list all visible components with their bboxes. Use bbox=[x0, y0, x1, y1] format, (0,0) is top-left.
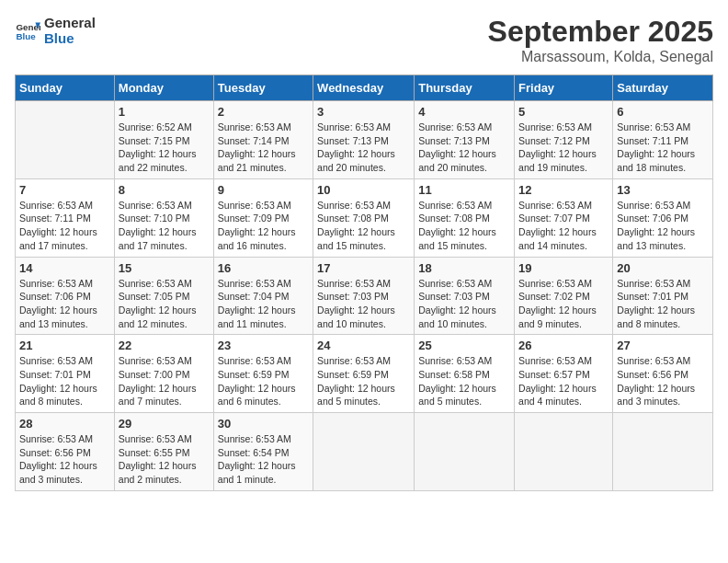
calendar-cell: 14Sunrise: 6:53 AMSunset: 7:06 PMDayligh… bbox=[16, 257, 115, 335]
day-info: Sunrise: 6:53 AMSunset: 7:00 PMDaylight:… bbox=[119, 354, 210, 408]
logo: General Blue General Blue bbox=[15, 15, 96, 47]
day-number: 6 bbox=[617, 105, 709, 119]
day-info: Sunrise: 6:53 AMSunset: 7:10 PMDaylight:… bbox=[119, 199, 210, 253]
calendar-cell bbox=[515, 413, 613, 491]
calendar-cell: 5Sunrise: 6:53 AMSunset: 7:12 PMDaylight… bbox=[515, 101, 613, 179]
day-number: 13 bbox=[617, 183, 709, 197]
day-info: Sunrise: 6:53 AMSunset: 7:09 PMDaylight:… bbox=[218, 199, 309, 253]
calendar-cell: 2Sunrise: 6:53 AMSunset: 7:14 PMDaylight… bbox=[213, 101, 313, 179]
day-number: 9 bbox=[218, 183, 309, 197]
day-info: Sunrise: 6:53 AMSunset: 6:56 PMDaylight:… bbox=[19, 432, 110, 487]
day-number: 4 bbox=[418, 105, 510, 119]
day-info: Sunrise: 6:53 AMSunset: 7:13 PMDaylight:… bbox=[418, 121, 510, 175]
day-info: Sunrise: 6:53 AMSunset: 7:11 PMDaylight:… bbox=[617, 121, 709, 175]
calendar-cell: 19Sunrise: 6:53 AMSunset: 7:02 PMDayligh… bbox=[515, 257, 613, 335]
day-info: Sunrise: 6:53 AMSunset: 6:59 PMDaylight:… bbox=[218, 354, 309, 408]
day-info: Sunrise: 6:53 AMSunset: 7:06 PMDaylight:… bbox=[617, 199, 709, 253]
day-number: 30 bbox=[218, 417, 309, 431]
day-number: 24 bbox=[317, 339, 410, 352]
logo-text-line2: Blue bbox=[44, 30, 96, 46]
day-info: Sunrise: 6:53 AMSunset: 7:07 PMDaylight:… bbox=[518, 199, 609, 253]
day-info: Sunrise: 6:53 AMSunset: 7:03 PMDaylight:… bbox=[418, 277, 510, 331]
day-info: Sunrise: 6:53 AMSunset: 7:03 PMDaylight:… bbox=[317, 277, 410, 331]
day-info: Sunrise: 6:52 AMSunset: 7:15 PMDaylight:… bbox=[119, 121, 210, 175]
calendar-cell: 27Sunrise: 6:53 AMSunset: 6:56 PMDayligh… bbox=[613, 335, 713, 413]
day-number: 26 bbox=[518, 339, 609, 352]
day-number: 19 bbox=[518, 261, 609, 275]
calendar-week-row: 1Sunrise: 6:52 AMSunset: 7:15 PMDaylight… bbox=[16, 101, 713, 179]
day-info: Sunrise: 6:53 AMSunset: 6:54 PMDaylight:… bbox=[218, 432, 309, 487]
day-number: 2 bbox=[218, 105, 309, 119]
day-info: Sunrise: 6:53 AMSunset: 6:56 PMDaylight:… bbox=[617, 354, 709, 408]
day-number: 17 bbox=[317, 261, 410, 275]
calendar-cell: 22Sunrise: 6:53 AMSunset: 7:00 PMDayligh… bbox=[114, 335, 213, 413]
page-header: General Blue General Blue September 2025… bbox=[15, 15, 713, 65]
day-number: 12 bbox=[518, 183, 609, 197]
day-info: Sunrise: 6:53 AMSunset: 7:01 PMDaylight:… bbox=[617, 277, 709, 331]
day-info: Sunrise: 6:53 AMSunset: 7:02 PMDaylight:… bbox=[518, 277, 609, 331]
day-number: 3 bbox=[317, 105, 410, 119]
day-number: 14 bbox=[19, 261, 110, 275]
header-sunday: Sunday bbox=[16, 75, 115, 101]
title-area: September 2025 Marsassoum, Kolda, Senega… bbox=[488, 15, 713, 65]
day-number: 28 bbox=[19, 417, 110, 431]
calendar-cell: 26Sunrise: 6:53 AMSunset: 6:57 PMDayligh… bbox=[515, 335, 613, 413]
day-info: Sunrise: 6:53 AMSunset: 7:14 PMDaylight:… bbox=[218, 121, 309, 175]
day-info: Sunrise: 6:53 AMSunset: 7:01 PMDaylight:… bbox=[19, 354, 110, 408]
day-info: Sunrise: 6:53 AMSunset: 6:59 PMDaylight:… bbox=[317, 354, 410, 408]
calendar-cell: 7Sunrise: 6:53 AMSunset: 7:11 PMDaylight… bbox=[16, 178, 115, 257]
calendar-cell bbox=[415, 413, 515, 491]
calendar-cell bbox=[16, 101, 115, 179]
logo-text-line1: General bbox=[44, 15, 96, 30]
day-info: Sunrise: 6:53 AMSunset: 7:08 PMDaylight:… bbox=[317, 199, 410, 253]
day-info: Sunrise: 6:53 AMSunset: 7:08 PMDaylight:… bbox=[418, 199, 510, 253]
calendar-week-row: 21Sunrise: 6:53 AMSunset: 7:01 PMDayligh… bbox=[16, 335, 713, 413]
day-number: 8 bbox=[119, 183, 210, 197]
day-number: 18 bbox=[418, 261, 510, 275]
calendar-cell: 3Sunrise: 6:53 AMSunset: 7:13 PMDaylight… bbox=[313, 101, 415, 179]
day-number: 5 bbox=[518, 105, 609, 119]
day-number: 11 bbox=[418, 183, 510, 197]
calendar-header-row: SundayMondayTuesdayWednesdayThursdayFrid… bbox=[16, 75, 713, 101]
day-number: 20 bbox=[617, 261, 709, 275]
calendar-cell: 6Sunrise: 6:53 AMSunset: 7:11 PMDaylight… bbox=[613, 101, 713, 179]
day-number: 22 bbox=[119, 339, 210, 352]
calendar-cell: 24Sunrise: 6:53 AMSunset: 6:59 PMDayligh… bbox=[313, 335, 415, 413]
calendar-cell: 8Sunrise: 6:53 AMSunset: 7:10 PMDaylight… bbox=[114, 178, 213, 257]
header-saturday: Saturday bbox=[613, 75, 713, 101]
calendar-table: SundayMondayTuesdayWednesdayThursdayFrid… bbox=[15, 75, 713, 491]
calendar-week-row: 28Sunrise: 6:53 AMSunset: 6:56 PMDayligh… bbox=[16, 413, 713, 491]
calendar-week-row: 7Sunrise: 6:53 AMSunset: 7:11 PMDaylight… bbox=[16, 178, 713, 257]
calendar-cell: 15Sunrise: 6:53 AMSunset: 7:05 PMDayligh… bbox=[114, 257, 213, 335]
day-info: Sunrise: 6:53 AMSunset: 7:12 PMDaylight:… bbox=[518, 121, 609, 175]
calendar-cell: 25Sunrise: 6:53 AMSunset: 6:58 PMDayligh… bbox=[415, 335, 515, 413]
calendar-cell: 30Sunrise: 6:53 AMSunset: 6:54 PMDayligh… bbox=[213, 413, 313, 491]
day-number: 1 bbox=[119, 105, 210, 119]
calendar-cell: 13Sunrise: 6:53 AMSunset: 7:06 PMDayligh… bbox=[613, 178, 713, 257]
calendar-cell bbox=[313, 413, 415, 491]
page-subtitle: Marsassoum, Kolda, Senegal bbox=[488, 49, 713, 65]
day-number: 16 bbox=[218, 261, 309, 275]
calendar-cell: 17Sunrise: 6:53 AMSunset: 7:03 PMDayligh… bbox=[313, 257, 415, 335]
day-info: Sunrise: 6:53 AMSunset: 7:04 PMDaylight:… bbox=[218, 277, 309, 331]
day-info: Sunrise: 6:53 AMSunset: 6:55 PMDaylight:… bbox=[119, 432, 210, 487]
day-number: 15 bbox=[119, 261, 210, 275]
page-title: September 2025 bbox=[488, 15, 713, 49]
day-number: 7 bbox=[19, 183, 110, 197]
day-info: Sunrise: 6:53 AMSunset: 6:58 PMDaylight:… bbox=[418, 354, 510, 408]
header-friday: Friday bbox=[515, 75, 613, 101]
calendar-cell: 4Sunrise: 6:53 AMSunset: 7:13 PMDaylight… bbox=[415, 101, 515, 179]
calendar-cell: 1Sunrise: 6:52 AMSunset: 7:15 PMDaylight… bbox=[114, 101, 213, 179]
calendar-cell bbox=[613, 413, 713, 491]
day-number: 25 bbox=[418, 339, 510, 352]
header-tuesday: Tuesday bbox=[213, 75, 313, 101]
calendar-cell: 9Sunrise: 6:53 AMSunset: 7:09 PMDaylight… bbox=[213, 178, 313, 257]
svg-text:Blue: Blue bbox=[16, 31, 36, 41]
day-number: 21 bbox=[19, 339, 110, 352]
calendar-week-row: 14Sunrise: 6:53 AMSunset: 7:06 PMDayligh… bbox=[16, 257, 713, 335]
day-info: Sunrise: 6:53 AMSunset: 7:06 PMDaylight:… bbox=[19, 277, 110, 331]
calendar-cell: 28Sunrise: 6:53 AMSunset: 6:56 PMDayligh… bbox=[16, 413, 115, 491]
day-info: Sunrise: 6:53 AMSunset: 7:05 PMDaylight:… bbox=[119, 277, 210, 331]
calendar-cell: 23Sunrise: 6:53 AMSunset: 6:59 PMDayligh… bbox=[213, 335, 313, 413]
day-info: Sunrise: 6:53 AMSunset: 7:11 PMDaylight:… bbox=[19, 199, 110, 253]
